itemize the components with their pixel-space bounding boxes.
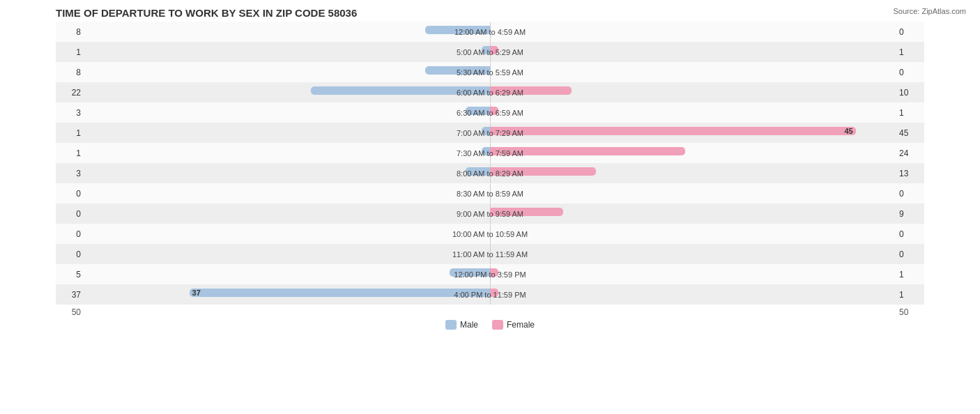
bar-container: 457:00 AM to 7:29 AM (84, 123, 896, 143)
table-row: 011:00 AM to 11:59 AM0 (56, 244, 924, 264)
right-value: 10 (896, 88, 924, 98)
table-row: 15:00 AM to 5:29 AM1 (56, 42, 924, 62)
left-value: 5 (56, 270, 84, 279)
chart-title: TIME OF DEPARTURE TO WORK BY SEX IN ZIP … (14, 7, 966, 19)
table-row: 38:00 AM to 8:29 AM13 (56, 163, 924, 183)
left-value: 0 (56, 209, 84, 219)
bar-container: 374:00 PM to 11:59 PM (84, 285, 896, 305)
male-bar (450, 268, 490, 277)
row-label: 10:00 AM to 10:59 AM (452, 230, 528, 238)
x-axis-right-label: 50 (896, 307, 924, 317)
table-row: 37374:00 PM to 11:59 PM1 (56, 284, 924, 305)
male-bar (482, 127, 490, 135)
bar-container: 11:00 AM to 11:59 AM (84, 245, 896, 264)
female-bar (490, 167, 596, 176)
chart-rows-wrapper: 812:00 AM to 4:59 AM015:00 AM to 5:29 AM… (14, 22, 966, 305)
left-value: 8 (56, 27, 84, 37)
table-row: 812:00 AM to 4:59 AM0 (56, 22, 924, 42)
legend-male: Male (445, 320, 478, 330)
right-value: 0 (896, 189, 924, 199)
bar-container: 9:00 AM to 9:59 AM (84, 204, 896, 224)
source-text: Source: ZipAtlas.com (893, 7, 966, 15)
legend: Male Female (14, 320, 966, 330)
row-label: 8:30 AM to 8:59 AM (457, 190, 523, 198)
right-value: 0 (896, 229, 924, 239)
bar-container: 5:30 AM to 5:59 AM (84, 63, 896, 82)
table-row: 1457:00 AM to 7:29 AM45 (56, 123, 924, 143)
table-row: 36:30 AM to 6:59 AM1 (56, 102, 924, 123)
female-bar-inside-label: 45 (844, 127, 852, 135)
right-value: 13 (896, 169, 924, 178)
bar-container: 8:30 AM to 8:59 AM (84, 184, 896, 204)
bar-container: 6:00 AM to 6:29 AM (84, 83, 896, 102)
right-value: 0 (896, 68, 924, 77)
left-value: 1 (56, 128, 84, 138)
table-row: 09:00 AM to 9:59 AM9 (56, 204, 924, 224)
left-value: 3 (56, 108, 84, 118)
male-bar (482, 147, 490, 155)
bar-container: 5:00 AM to 5:29 AM (84, 43, 896, 62)
right-value: 0 (896, 250, 924, 259)
left-value: 1 (56, 47, 84, 57)
left-value: 1 (56, 148, 84, 158)
female-bar (490, 268, 498, 277)
x-axis: 50 50 (14, 307, 966, 317)
right-value: 0 (896, 27, 924, 37)
male-bar (425, 26, 490, 34)
legend-female: Female (492, 320, 535, 330)
x-axis-left-label: 50 (56, 307, 84, 317)
male-bar (425, 66, 490, 75)
male-bar: 37 (190, 289, 490, 297)
table-row: 17:30 AM to 7:59 AM24 (56, 143, 924, 163)
right-value: 1 (896, 47, 924, 57)
legend-female-box (492, 320, 503, 330)
right-value: 1 (896, 108, 924, 118)
table-row: 512:00 PM to 3:59 PM1 (56, 264, 924, 284)
left-value: 0 (56, 250, 84, 259)
female-bar (490, 147, 685, 155)
male-bar (466, 107, 490, 115)
left-value: 0 (56, 229, 84, 239)
female-bar (490, 289, 498, 297)
female-bar: 45 (490, 127, 856, 135)
left-value: 0 (56, 189, 84, 199)
left-value: 37 (56, 290, 84, 300)
chart-container: TIME OF DEPARTURE TO WORK BY SEX IN ZIP … (0, 0, 980, 414)
table-row: 226:00 AM to 6:29 AM10 (56, 82, 924, 102)
legend-male-label: Male (460, 320, 478, 330)
female-bar (490, 208, 563, 216)
left-value: 3 (56, 169, 84, 178)
right-value: 24 (896, 148, 924, 158)
table-row: 85:30 AM to 5:59 AM0 (56, 62, 924, 82)
right-value: 1 (896, 270, 924, 279)
left-value: 22 (56, 88, 84, 98)
bar-container: 6:30 AM to 6:59 AM (84, 103, 896, 123)
female-bar (490, 46, 498, 54)
bar-container: 12:00 PM to 3:59 PM (84, 265, 896, 284)
male-bar (482, 46, 490, 54)
male-bar-inside-label: 37 (192, 289, 201, 297)
bar-container: 8:00 AM to 8:29 AM (84, 164, 896, 183)
bar-container: 10:00 AM to 10:59 AM (84, 224, 896, 244)
legend-female-label: Female (507, 320, 535, 330)
table-row: 08:30 AM to 8:59 AM0 (56, 183, 924, 204)
male-bar (311, 86, 490, 95)
bar-container: 12:00 AM to 4:59 AM (84, 22, 896, 42)
right-value: 45 (896, 128, 924, 138)
female-bar (490, 86, 572, 95)
left-value: 8 (56, 68, 84, 77)
right-value: 9 (896, 209, 924, 219)
male-bar (466, 167, 490, 176)
right-value: 1 (896, 290, 924, 300)
bar-container: 7:30 AM to 7:59 AM (84, 144, 896, 163)
female-bar (490, 107, 498, 115)
table-row: 010:00 AM to 10:59 AM0 (56, 224, 924, 244)
legend-male-box (445, 320, 457, 330)
row-label: 11:00 AM to 11:59 AM (452, 250, 528, 259)
